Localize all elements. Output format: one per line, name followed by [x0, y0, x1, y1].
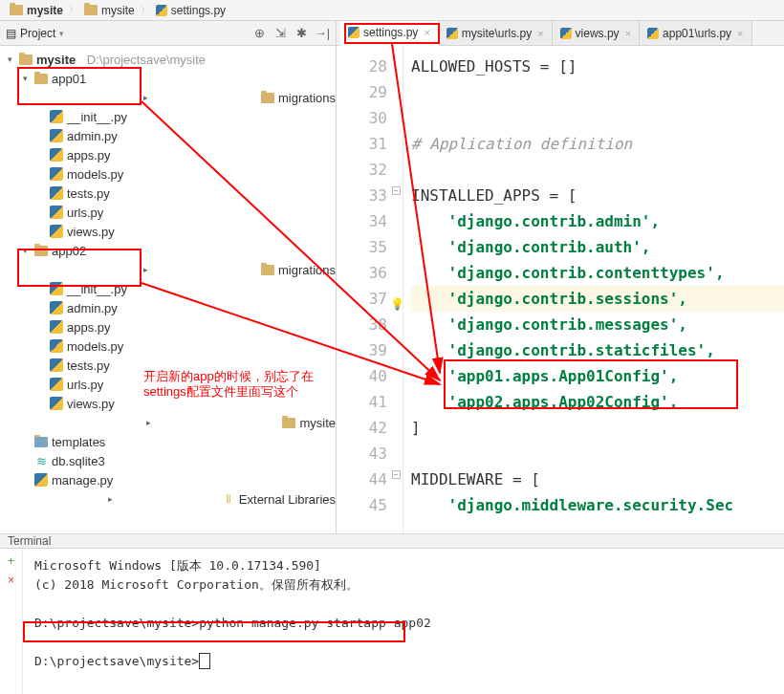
close-icon[interactable]: × [537, 28, 543, 39]
tab-app01-urls[interactable]: app01\urls.py× [640, 21, 751, 45]
tree-file[interactable]: __init__.py [0, 107, 336, 126]
breadcrumb: mysite mysite settings.py [0, 0, 784, 21]
code-editor[interactable]: 282930313233343536373839404142434445 − −… [337, 46, 784, 533]
terminal-side-toolbar: + × [0, 549, 23, 694]
terminal-panel: Terminal + × Microsoft Windows [版本 10.0.… [0, 533, 784, 692]
python-icon [647, 28, 659, 39]
line-gutter: 282930313233343536373839404142434445 − − [337, 46, 403, 533]
tree-file[interactable]: models.py [0, 336, 336, 356]
breadcrumb-root[interactable]: mysite [6, 4, 67, 17]
tree-file[interactable]: views.py [0, 222, 336, 241]
tree-file[interactable]: tests.py [0, 356, 336, 375]
tab-views[interactable]: views.py× [553, 21, 640, 45]
tree-file[interactable]: __init__.py [0, 279, 336, 298]
tree-root[interactable]: mysite [36, 53, 76, 67]
python-icon [156, 5, 167, 16]
tree-app01[interactable]: app01 [0, 69, 336, 88]
tree-file[interactable]: urls.py [0, 375, 336, 394]
editor-panel: settings.py× mysite\urls.py× views.py× a… [337, 21, 784, 533]
close-icon[interactable]: × [737, 28, 743, 39]
tree-file[interactable]: urls.py [0, 203, 336, 222]
python-icon [348, 27, 359, 38]
project-title: Project [20, 27, 55, 40]
database-icon: ≋ [34, 454, 48, 467]
tab-mysite-urls[interactable]: mysite\urls.py× [439, 21, 553, 45]
bulb-icon[interactable]: 💡 [390, 292, 404, 317]
tree-file[interactable]: models.py [0, 164, 336, 184]
folder-icon [10, 5, 23, 15]
settings-icon[interactable]: ✱ [294, 26, 309, 41]
project-tree[interactable]: mysite D:\projectsave\mysite app01 migra… [0, 46, 336, 533]
project-panel: ▤ Project ▾ ⊕ ⇲ ✱ →| mysite D:\projectsa… [0, 21, 337, 533]
tab-settings[interactable]: settings.py× [340, 21, 439, 46]
terminal-header[interactable]: Terminal [0, 534, 784, 549]
tree-file[interactable]: apps.py [0, 317, 336, 336]
project-icon: ▤ [6, 27, 16, 40]
tree-mysite-pkg[interactable]: mysite [0, 413, 336, 432]
tree-file[interactable]: views.py [0, 394, 336, 413]
close-icon[interactable]: × [424, 27, 429, 38]
project-header: ▤ Project ▾ ⊕ ⇲ ✱ →| [0, 21, 336, 46]
tree-db[interactable]: ≋db.sqlite3 [0, 451, 336, 470]
library-icon: ⫴ [222, 492, 235, 506]
collapse-all-icon[interactable]: ⇲ [272, 26, 288, 41]
tree-app02[interactable]: app02 [0, 241, 336, 260]
breadcrumb-folder[interactable]: mysite [80, 4, 139, 17]
terminal-line: (c) 2018 Microsoft Corporation。保留所有权利。 [34, 577, 359, 592]
tree-migrations[interactable]: migrations [0, 88, 336, 107]
editor-tabs: settings.py× mysite\urls.py× views.py× a… [337, 21, 784, 46]
folder-icon [19, 54, 33, 65]
tree-external[interactable]: ⫴External Libraries [0, 489, 336, 509]
terminal-command: D:\projectsave\mysite>python manage.py s… [34, 616, 431, 630]
terminal-content[interactable]: Microsoft Windows [版本 10.0.17134.590] (c… [23, 549, 784, 694]
tree-file[interactable]: tests.py [0, 184, 336, 203]
hide-icon[interactable]: →| [315, 26, 330, 41]
python-icon [446, 28, 458, 39]
tree-file[interactable]: apps.py [0, 145, 336, 164]
tree-file[interactable]: admin.py [0, 298, 336, 317]
close-icon[interactable]: × [625, 28, 631, 39]
tree-file[interactable]: admin.py [0, 126, 336, 145]
fold-icon[interactable]: − [392, 470, 401, 479]
fold-icon[interactable]: − [392, 186, 401, 195]
tree-templates[interactable]: templates [0, 432, 336, 451]
scroll-from-source-icon[interactable]: ⊕ [251, 26, 267, 41]
tree-root-path: D:\projectsave\mysite [87, 53, 206, 67]
folder-icon [84, 5, 98, 15]
code-area[interactable]: ALLOWED_HOSTS = [] # Application definit… [403, 46, 784, 533]
terminal-line: Microsoft Windows [版本 10.0.17134.590] [34, 558, 321, 573]
tree-migrations[interactable]: migrations [0, 260, 336, 279]
terminal-prompt: D:\projectsave\mysite> [34, 654, 199, 668]
breadcrumb-file[interactable]: settings.py [152, 4, 229, 17]
python-icon [560, 28, 572, 39]
close-icon[interactable]: × [8, 574, 14, 587]
plus-icon[interactable]: + [8, 554, 14, 568]
tree-manage[interactable]: manage.py [0, 470, 336, 489]
